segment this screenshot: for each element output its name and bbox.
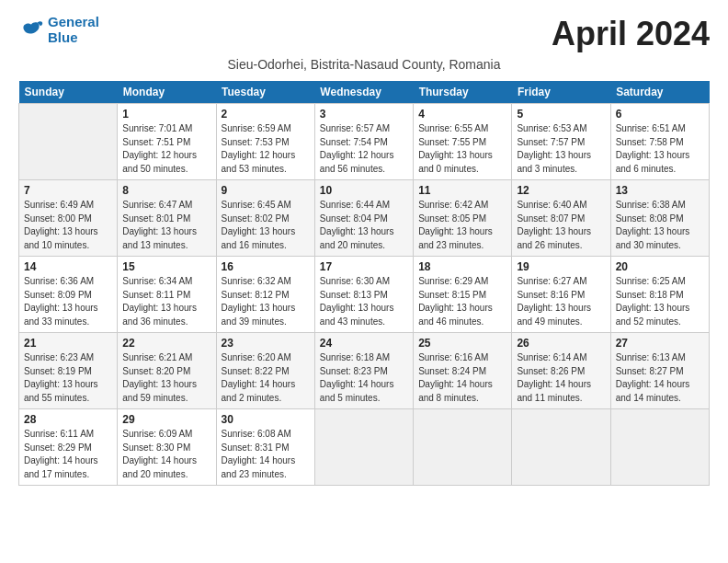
- calendar-cell: [414, 409, 512, 486]
- day-info: Sunrise: 6:23 AMSunset: 8:19 PMDaylight:…: [24, 351, 112, 405]
- day-info: Sunrise: 6:53 AMSunset: 7:57 PMDaylight:…: [517, 122, 605, 176]
- calendar-cell: 30Sunrise: 6:08 AMSunset: 8:31 PMDayligh…: [216, 409, 314, 486]
- calendar-cell: [512, 409, 610, 486]
- day-number: 17: [320, 260, 408, 273]
- calendar-cell: 26Sunrise: 6:14 AMSunset: 8:26 PMDayligh…: [512, 333, 610, 409]
- day-number: 4: [418, 108, 506, 121]
- calendar-cell: 17Sunrise: 6:30 AMSunset: 8:13 PMDayligh…: [314, 257, 413, 333]
- day-number: 28: [24, 413, 112, 426]
- calendar-cell: 4Sunrise: 6:55 AMSunset: 7:55 PMDaylight…: [414, 104, 512, 180]
- calendar-cell: 11Sunrise: 6:42 AMSunset: 8:05 PMDayligh…: [414, 180, 512, 257]
- calendar-cell: 14Sunrise: 6:36 AMSunset: 8:09 PMDayligh…: [19, 257, 118, 333]
- calendar-cell: [19, 104, 118, 180]
- day-info: Sunrise: 6:16 AMSunset: 8:24 PMDaylight:…: [418, 351, 506, 405]
- header-tuesday: Tuesday: [216, 81, 314, 104]
- day-number: 9: [222, 184, 310, 197]
- day-info: Sunrise: 6:18 AMSunset: 8:23 PMDaylight:…: [320, 351, 408, 405]
- day-info: Sunrise: 6:34 AMSunset: 8:11 PMDaylight:…: [122, 275, 210, 328]
- calendar-cell: 1Sunrise: 7:01 AMSunset: 7:51 PMDaylight…: [118, 104, 216, 180]
- header-friday: Friday: [512, 81, 610, 104]
- day-info: Sunrise: 6:49 AMSunset: 8:00 PMDaylight:…: [24, 199, 112, 252]
- day-number: 11: [418, 184, 506, 197]
- day-number: 30: [222, 413, 310, 426]
- calendar-cell: [314, 409, 413, 486]
- day-number: 15: [122, 260, 210, 273]
- calendar-cell: 8Sunrise: 6:47 AMSunset: 8:01 PMDaylight…: [118, 180, 216, 257]
- header-thursday: Thursday: [414, 81, 512, 104]
- calendar-cell: 12Sunrise: 6:40 AMSunset: 8:07 PMDayligh…: [512, 180, 610, 257]
- header-saturday: Saturday: [610, 81, 709, 104]
- day-info: Sunrise: 6:36 AMSunset: 8:09 PMDaylight:…: [24, 275, 112, 328]
- day-number: 20: [616, 260, 704, 273]
- calendar-cell: 25Sunrise: 6:16 AMSunset: 8:24 PMDayligh…: [414, 333, 512, 409]
- location-subtitle: Sieu-Odorhei, Bistrita-Nasaud County, Ro…: [18, 57, 710, 72]
- calendar-cell: 21Sunrise: 6:23 AMSunset: 8:19 PMDayligh…: [19, 333, 118, 409]
- day-number: 6: [616, 108, 704, 121]
- day-info: Sunrise: 6:42 AMSunset: 8:05 PMDaylight:…: [418, 199, 506, 252]
- day-info: Sunrise: 6:51 AMSunset: 7:58 PMDaylight:…: [616, 122, 704, 176]
- header-monday: Monday: [118, 81, 216, 104]
- page-title: April 2024: [552, 15, 710, 53]
- day-number: 14: [24, 260, 112, 273]
- day-info: Sunrise: 6:11 AMSunset: 8:29 PMDaylight:…: [24, 428, 112, 481]
- calendar-cell: 3Sunrise: 6:57 AMSunset: 7:54 PMDaylight…: [314, 104, 413, 180]
- calendar-cell: 24Sunrise: 6:18 AMSunset: 8:23 PMDayligh…: [314, 333, 413, 409]
- day-info: Sunrise: 6:32 AMSunset: 8:12 PMDaylight:…: [222, 275, 310, 328]
- day-number: 12: [517, 184, 605, 197]
- calendar-cell: 20Sunrise: 6:25 AMSunset: 8:18 PMDayligh…: [610, 257, 709, 333]
- day-info: Sunrise: 6:29 AMSunset: 8:15 PMDaylight:…: [418, 275, 506, 328]
- day-info: Sunrise: 7:01 AMSunset: 7:51 PMDaylight:…: [122, 122, 210, 176]
- day-info: Sunrise: 6:38 AMSunset: 8:08 PMDaylight:…: [616, 199, 704, 252]
- day-info: Sunrise: 6:30 AMSunset: 8:13 PMDaylight:…: [320, 275, 408, 328]
- calendar-cell: 22Sunrise: 6:21 AMSunset: 8:20 PMDayligh…: [118, 333, 216, 409]
- day-info: Sunrise: 6:44 AMSunset: 8:04 PMDaylight:…: [320, 199, 408, 252]
- calendar-cell: 5Sunrise: 6:53 AMSunset: 7:57 PMDaylight…: [512, 104, 610, 180]
- day-number: 24: [320, 337, 408, 350]
- calendar-cell: 7Sunrise: 6:49 AMSunset: 8:00 PMDaylight…: [19, 180, 118, 257]
- day-info: Sunrise: 6:27 AMSunset: 8:16 PMDaylight:…: [517, 275, 605, 328]
- logo-icon: [18, 17, 44, 43]
- day-number: 21: [24, 337, 112, 350]
- calendar-cell: 19Sunrise: 6:27 AMSunset: 8:16 PMDayligh…: [512, 257, 610, 333]
- calendar-cell: 18Sunrise: 6:29 AMSunset: 8:15 PMDayligh…: [414, 257, 512, 333]
- day-number: 16: [222, 260, 310, 273]
- calendar-cell: [610, 409, 709, 486]
- calendar-table: SundayMondayTuesdayWednesdayThursdayFrid…: [18, 81, 710, 486]
- day-info: Sunrise: 6:20 AMSunset: 8:22 PMDaylight:…: [222, 351, 310, 405]
- day-info: Sunrise: 6:14 AMSunset: 8:26 PMDaylight:…: [517, 351, 605, 405]
- calendar-week-row: 28Sunrise: 6:11 AMSunset: 8:29 PMDayligh…: [19, 409, 710, 486]
- day-info: Sunrise: 6:08 AMSunset: 8:31 PMDaylight:…: [222, 428, 310, 481]
- day-info: Sunrise: 6:40 AMSunset: 8:07 PMDaylight:…: [517, 199, 605, 252]
- day-number: 23: [222, 337, 310, 350]
- day-info: Sunrise: 6:47 AMSunset: 8:01 PMDaylight:…: [122, 199, 210, 252]
- day-info: Sunrise: 6:21 AMSunset: 8:20 PMDaylight:…: [122, 351, 210, 405]
- day-number: 8: [122, 184, 210, 197]
- day-number: 27: [616, 337, 704, 350]
- day-number: 3: [320, 108, 408, 121]
- calendar-cell: 10Sunrise: 6:44 AMSunset: 8:04 PMDayligh…: [314, 180, 413, 257]
- calendar-cell: 6Sunrise: 6:51 AMSunset: 7:58 PMDaylight…: [610, 104, 709, 180]
- calendar-cell: 15Sunrise: 6:34 AMSunset: 8:11 PMDayligh…: [118, 257, 216, 333]
- calendar-cell: 13Sunrise: 6:38 AMSunset: 8:08 PMDayligh…: [610, 180, 709, 257]
- day-number: 22: [122, 337, 210, 350]
- header: General Blue April 2024: [18, 15, 710, 53]
- day-info: Sunrise: 6:45 AMSunset: 8:02 PMDaylight:…: [222, 199, 310, 252]
- day-info: Sunrise: 6:25 AMSunset: 8:18 PMDaylight:…: [616, 275, 704, 328]
- day-info: Sunrise: 6:57 AMSunset: 7:54 PMDaylight:…: [320, 122, 408, 176]
- header-wednesday: Wednesday: [314, 81, 413, 104]
- calendar-cell: 28Sunrise: 6:11 AMSunset: 8:29 PMDayligh…: [19, 409, 118, 486]
- logo: General Blue: [18, 15, 99, 45]
- logo-text: General Blue: [48, 15, 99, 45]
- calendar-cell: 9Sunrise: 6:45 AMSunset: 8:02 PMDaylight…: [216, 180, 314, 257]
- day-number: 18: [418, 260, 506, 273]
- day-number: 25: [418, 337, 506, 350]
- day-info: Sunrise: 6:55 AMSunset: 7:55 PMDaylight:…: [418, 122, 506, 176]
- calendar-cell: 29Sunrise: 6:09 AMSunset: 8:30 PMDayligh…: [118, 409, 216, 486]
- day-number: 7: [24, 184, 112, 197]
- calendar-week-row: 1Sunrise: 7:01 AMSunset: 7:51 PMDaylight…: [19, 104, 710, 180]
- day-info: Sunrise: 6:59 AMSunset: 7:53 PMDaylight:…: [222, 122, 310, 176]
- day-number: 1: [122, 108, 210, 121]
- calendar-cell: 16Sunrise: 6:32 AMSunset: 8:12 PMDayligh…: [216, 257, 314, 333]
- day-number: 5: [517, 108, 605, 121]
- day-number: 19: [517, 260, 605, 273]
